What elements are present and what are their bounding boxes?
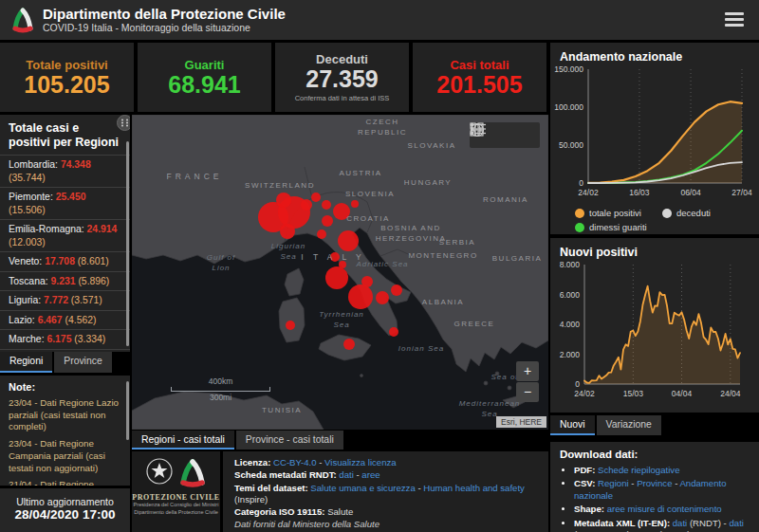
region-list-scrollbar[interactable] [126, 141, 129, 346]
tab-province[interactable]: Province [54, 352, 111, 373]
new-positives-chart[interactable]: 24/0215/0304/0424/0402.0004.0006.0008.00… [550, 259, 751, 403]
region-row[interactable]: Emilia-Romagna: 24.914 (12.003) [0, 219, 130, 251]
region-row[interactable]: Lombardia: 74.348 (35.744) [0, 155, 130, 187]
apps-grid-icon[interactable] [470, 122, 484, 137]
national-trend-chart[interactable]: 24/0216/0306/0427/04050.000100.000150.00… [550, 64, 751, 200]
y-tick-label: 100.000 [554, 102, 583, 112]
region-name: Toscana: [9, 276, 50, 286]
link[interactable]: dati [729, 518, 743, 528]
legend-item: dimessi guariti [575, 222, 647, 232]
link[interactable]: CC-BY-4.0 [273, 457, 317, 468]
case-bubble[interactable] [301, 199, 312, 211]
x-tick-label: 27/04 [731, 188, 752, 197]
page-title: Dipartimento della Protezione Civile [43, 6, 286, 22]
download-item: Shape: aree misure di contenimento [574, 504, 750, 515]
notes-scrollbar[interactable] [126, 381, 129, 440]
tab-variazione[interactable]: Variazione [597, 415, 661, 435]
x-tick-label: 24/04 [720, 389, 741, 398]
case-bubble[interactable] [391, 284, 402, 296]
region-name: Piemonte: [9, 192, 56, 202]
link[interactable]: aree misure di contenimento [607, 504, 722, 514]
region-name: Lombardia: [9, 159, 61, 170]
region-row[interactable]: Toscana: 9.231 (5.896) [0, 271, 130, 291]
notes-title: Note: [9, 381, 121, 393]
link[interactable]: Human health and safety [423, 483, 525, 493]
case-bubble[interactable] [333, 203, 350, 220]
italy-cases-map[interactable]: FRANCESWITZERLANDI T A L YAUSTRIASLOVENI… [132, 115, 548, 430]
case-bubble[interactable] [322, 215, 333, 227]
state-emblem-and-dpc-logo-icon [145, 457, 208, 487]
map-tab-bar: Regioni - casi totali Province - casi to… [132, 431, 548, 449]
map-toolbar [470, 122, 540, 148]
zoom-out-button[interactable]: − [516, 382, 539, 402]
case-bubble[interactable] [330, 252, 340, 262]
text-part: Scheda metadati RNDT: [234, 469, 339, 480]
last-update-value: 28/04/2020 17:00 [0, 507, 130, 522]
tab-regioni-casi-totali[interactable]: Regioni - casi totali [132, 431, 234, 449]
region-row[interactable]: Lazio: 6.467 (4.562) [0, 310, 130, 330]
case-bubble[interactable] [311, 193, 321, 202]
case-bubble[interactable] [389, 327, 398, 337]
new-positives-panel: Nuovi positivi 24/0215/0304/0424/0402.00… [550, 238, 759, 413]
text-part: Temi del dataset: [234, 483, 310, 493]
stat-label: Casi totali [450, 58, 509, 72]
case-bubble[interactable] [339, 261, 346, 268]
region-row[interactable]: Liguria: 7.772 (3.571) [0, 290, 130, 310]
link[interactable]: Province [637, 478, 672, 488]
link[interactable]: Salute umana e sicurezza [310, 483, 415, 493]
link[interactable]: Visualizza licenza [324, 457, 397, 468]
link[interactable]: Schede riepilogative [598, 465, 679, 475]
link[interactable]: dati [339, 469, 353, 480]
protezione-civile-logo-icon [9, 6, 37, 38]
case-bubble[interactable] [343, 339, 355, 350]
region-total: 24.914 [87, 224, 118, 234]
case-bubble[interactable] [361, 276, 373, 287]
region-name: Emilia-Romagna: [9, 224, 87, 234]
region-positives: (8.601) [75, 256, 109, 266]
region-row[interactable]: Marche: 6.175 (3.334) [0, 329, 130, 349]
tab-province-casi-totali[interactable]: Province - casi totali [236, 431, 343, 449]
zoom-in-button[interactable]: + [516, 361, 539, 381]
y-tick-label: 6.000 [560, 290, 581, 300]
region-row[interactable]: Veneto: 17.708 (8.601) [0, 251, 130, 271]
hamburger-menu-icon[interactable] [725, 12, 744, 27]
case-bubble[interactable] [317, 229, 326, 239]
case-bubble[interactable] [338, 230, 359, 251]
link[interactable]: dati [673, 518, 687, 528]
logo-subtitle-1: Presidenza del Consiglio dei Ministri [132, 502, 220, 509]
region-positives: (3.334) [71, 334, 105, 344]
stat-label: Totale positivi [26, 58, 107, 72]
institution-logo-panel: PROTEZIONE CIVILE Presidenza del Consigl… [132, 451, 220, 532]
case-bubble[interactable] [286, 321, 295, 330]
case-bubble[interactable] [348, 284, 373, 309]
tab-nuovi[interactable]: Nuovi [550, 415, 595, 435]
region-total: 6.175 [46, 334, 71, 344]
tab-regioni[interactable]: Regioni [0, 352, 52, 373]
case-bubble[interactable] [280, 224, 295, 239]
stat-value: 27.359 [305, 66, 378, 91]
last-update-label: Ultimo aggiornamento [0, 496, 130, 507]
legend-item: totale positivi [575, 208, 662, 218]
license-line: Temi del dataset: Salute umana e sicurez… [234, 483, 537, 506]
link[interactable]: Regioni [598, 478, 629, 488]
region-row[interactable]: Piemonte: 25.450 (15.506) [0, 187, 130, 219]
panel-drag-handle-icon[interactable] [117, 115, 130, 131]
y-tick-label: 0 [579, 178, 583, 188]
text-part: Salute [327, 506, 353, 517]
case-bubble[interactable] [322, 200, 331, 210]
case-bubble[interactable] [351, 200, 359, 208]
y-tick-label: 4.000 [560, 320, 581, 329]
region-name: Liguria: [9, 295, 44, 305]
region-total: 6.467 [38, 315, 63, 325]
logo-title: PROTEZIONE CIVILE [132, 493, 220, 502]
text-part: Categoria ISO 19115: [234, 506, 327, 517]
legend-item: deceduti [662, 208, 748, 218]
national-trend-panel: Andamento nazionale 24/0216/0306/0427/04… [550, 43, 759, 234]
text-part: Licenza: [234, 457, 273, 468]
notes-panel: Note: 23/04 - Dati Regione Lazio parzial… [0, 376, 130, 486]
case-bubble[interactable] [276, 193, 291, 208]
case-bubble[interactable] [325, 266, 348, 289]
link[interactable]: aree [361, 469, 380, 480]
case-bubble[interactable] [376, 291, 389, 304]
text-part: (Inspire) [234, 494, 268, 504]
